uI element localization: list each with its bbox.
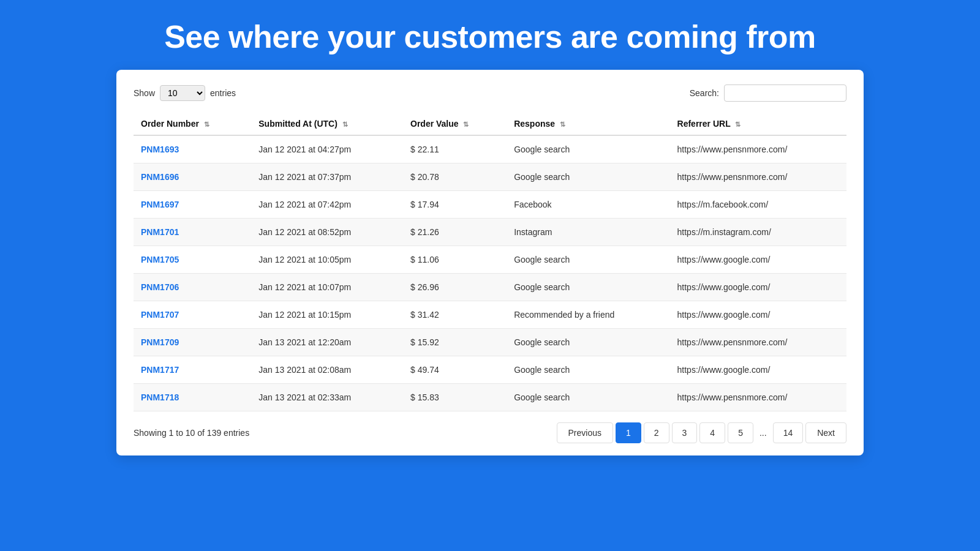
search-label: Search: [690,88,719,98]
cell-order-number: PNM1718 [134,384,251,411]
cell-response: Google search [507,135,669,163]
table-row: PNM1693Jan 12 2021 at 04:27pm$ 22.11Goog… [134,135,846,163]
cell-submitted-at: Jan 13 2021 at 02:33am [251,384,403,411]
order-link[interactable]: PNM1701 [141,227,179,237]
cell-submitted-at: Jan 12 2021 at 07:37pm [251,163,403,191]
table-row: PNM1709Jan 13 2021 at 12:20am$ 15.92Goog… [134,329,846,356]
sort-icon-order-number: ⇅ [204,121,209,129]
cell-submitted-at: Jan 13 2021 at 02:08am [251,356,403,384]
table-controls: Show 102550100 entries Search: [134,84,846,102]
cell-submitted-at: Jan 12 2021 at 04:27pm [251,135,403,163]
table-row: PNM1701Jan 12 2021 at 08:52pm$ 21.26Inst… [134,219,846,246]
page-title: See where your customers are coming from [152,0,828,70]
order-link[interactable]: PNM1709 [141,337,179,347]
cell-order-value: $ 49.74 [403,356,507,384]
cell-referrer-url: https://www.google.com/ [670,301,846,329]
col-order-value[interactable]: Order Value ⇅ [403,113,507,135]
order-link[interactable]: PNM1693 [141,144,179,154]
cell-response: Google search [507,163,669,191]
pagination-next[interactable]: Next [805,422,846,443]
table-row: PNM1705Jan 12 2021 at 10:05pm$ 11.06Goog… [134,246,846,274]
cell-referrer-url: https://www.google.com/ [670,356,846,384]
col-order-number[interactable]: Order Number ⇅ [134,113,251,135]
cell-response: Google search [507,356,669,384]
table-row: PNM1707Jan 12 2021 at 10:15pm$ 31.42Reco… [134,301,846,329]
orders-table: Order Number ⇅ Submitted At (UTC) ⇅ Orde… [134,113,846,411]
pagination-page-2[interactable]: 2 [644,422,669,443]
cell-referrer-url: https://www.google.com/ [670,246,846,274]
pagination-ellipsis: ... [756,423,771,443]
cell-order-value: $ 15.83 [403,384,507,411]
pagination-page-3[interactable]: 3 [672,422,698,443]
search-input[interactable] [724,84,846,102]
cell-order-value: $ 21.26 [403,219,507,246]
cell-referrer-url: https://www.pensnmore.com/ [670,135,846,163]
cell-response: Google search [507,384,669,411]
cell-order-value: $ 17.94 [403,191,507,219]
cell-submitted-at: Jan 12 2021 at 10:07pm [251,274,403,301]
cell-referrer-url: https://m.instagram.com/ [670,219,846,246]
table-footer: Showing 1 to 10 of 139 entries Previous1… [134,422,846,443]
cell-submitted-at: Jan 12 2021 at 10:15pm [251,301,403,329]
cell-order-number: PNM1693 [134,135,251,163]
show-entries-control: Show 102550100 entries [134,85,236,101]
table-row: PNM1706Jan 12 2021 at 10:07pm$ 26.96Goog… [134,274,846,301]
sort-icon-referrer-url: ⇅ [735,121,741,129]
pagination-previous[interactable]: Previous [557,422,613,443]
table-row: PNM1718Jan 13 2021 at 02:33am$ 15.83Goog… [134,384,846,411]
cell-submitted-at: Jan 13 2021 at 12:20am [251,329,403,356]
cell-order-value: $ 31.42 [403,301,507,329]
cell-submitted-at: Jan 12 2021 at 10:05pm [251,246,403,274]
cell-order-value: $ 20.78 [403,163,507,191]
cell-order-number: PNM1717 [134,356,251,384]
entries-select[interactable]: 102550100 [160,85,205,101]
cell-referrer-url: https://www.pensnmore.com/ [670,163,846,191]
cell-response: Facebook [507,191,669,219]
sort-icon-order-value: ⇅ [463,121,469,129]
cell-referrer-url: https://www.pensnmore.com/ [670,329,846,356]
cell-referrer-url: https://www.google.com/ [670,274,846,301]
cell-order-number: PNM1705 [134,246,251,274]
cell-response: Google search [507,246,669,274]
main-content: Show 102550100 entries Search: Order Num… [116,70,864,455]
order-link[interactable]: PNM1706 [141,282,179,292]
cell-order-number: PNM1709 [134,329,251,356]
cell-referrer-url: https://m.facebook.com/ [670,191,846,219]
order-link[interactable]: PNM1707 [141,310,179,320]
cell-order-value: $ 11.06 [403,246,507,274]
table-row: PNM1717Jan 13 2021 at 02:08am$ 49.74Goog… [134,356,846,384]
order-link[interactable]: PNM1705 [141,255,179,264]
col-response[interactable]: Response ⇅ [507,113,669,135]
cell-order-number: PNM1707 [134,301,251,329]
entries-label: entries [210,88,236,98]
cell-order-value: $ 22.11 [403,135,507,163]
order-link[interactable]: PNM1697 [141,200,179,209]
cell-order-number: PNM1697 [134,191,251,219]
order-link[interactable]: PNM1717 [141,365,179,375]
search-area: Search: [690,84,846,102]
sort-icon-response: ⇅ [560,121,565,129]
showing-text: Showing 1 to 10 of 139 entries [134,428,249,438]
show-label: Show [134,88,155,98]
pagination-page-5[interactable]: 5 [728,422,753,443]
pagination-page-1[interactable]: 1 [616,422,641,443]
table-row: PNM1696Jan 12 2021 at 07:37pm$ 20.78Goog… [134,163,846,191]
pagination-page-14[interactable]: 14 [773,422,804,443]
cell-submitted-at: Jan 12 2021 at 07:42pm [251,191,403,219]
cell-order-number: PNM1696 [134,163,251,191]
order-link[interactable]: PNM1718 [141,392,179,402]
cell-order-value: $ 26.96 [403,274,507,301]
table-row: PNM1697Jan 12 2021 at 07:42pm$ 17.94Face… [134,191,846,219]
cell-order-number: PNM1701 [134,219,251,246]
col-submitted-at[interactable]: Submitted At (UTC) ⇅ [251,113,403,135]
cell-response: Google search [507,329,669,356]
cell-response: Instagram [507,219,669,246]
cell-submitted-at: Jan 12 2021 at 08:52pm [251,219,403,246]
pagination-page-4[interactable]: 4 [699,422,725,443]
order-link[interactable]: PNM1696 [141,172,179,182]
cell-referrer-url: https://www.pensnmore.com/ [670,384,846,411]
pagination: Previous12345...14Next [557,422,847,443]
col-referrer-url[interactable]: Referrer URL ⇅ [670,113,846,135]
cell-response: Recommended by a friend [507,301,669,329]
cell-response: Google search [507,274,669,301]
